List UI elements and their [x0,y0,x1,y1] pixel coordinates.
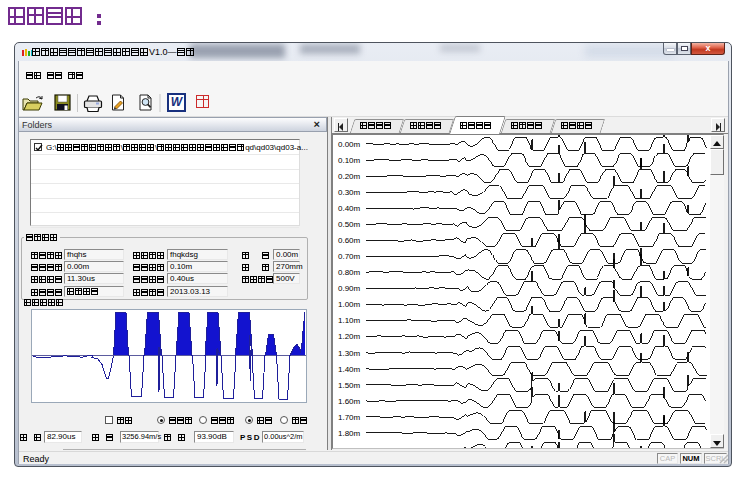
svg-text:0.80m: 0.80m [338,268,361,277]
svg-text:1.00m: 1.00m [338,300,361,309]
svg-text:1.80m: 1.80m [338,429,361,438]
svg-text:1.50m: 1.50m [338,381,361,390]
svg-text:1.70m: 1.70m [338,413,361,422]
svg-text:1.10m: 1.10m [338,316,361,325]
svg-text:1.40m: 1.40m [338,365,361,374]
svg-text:0.30m: 0.30m [338,188,361,197]
svg-text:1.30m: 1.30m [338,349,361,358]
svg-text:0.60m: 0.60m [338,236,361,245]
svg-text:0.40m: 0.40m [338,204,361,213]
svg-text:0.90m: 0.90m [338,284,361,293]
svg-text:0.50m: 0.50m [338,220,361,229]
svg-text:1.60m: 1.60m [338,397,361,406]
svg-text:0.00m: 0.00m [338,140,361,149]
svg-text:0.20m: 0.20m [338,172,361,181]
svg-text:1.20m: 1.20m [338,332,361,341]
svg-text:0.10m: 0.10m [338,156,361,165]
svg-text:0.70m: 0.70m [338,252,361,261]
